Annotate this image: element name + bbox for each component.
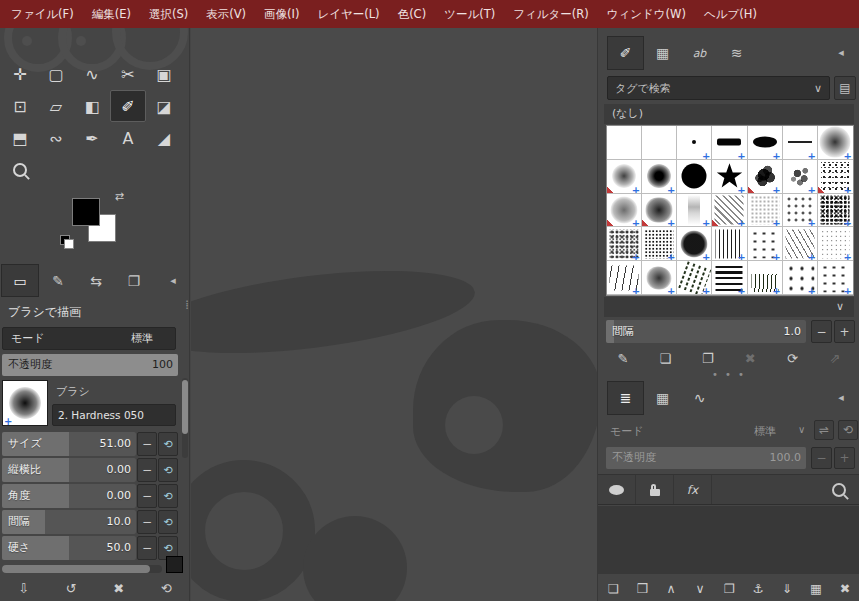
raise-layer-button[interactable]: ∧	[658, 576, 684, 600]
brush-item[interactable]: +	[818, 160, 853, 194]
toolbox-tab-undo-history[interactable]: ⇆	[77, 264, 115, 297]
brush-item[interactable]: +	[748, 194, 783, 228]
brush-item[interactable]: +	[748, 126, 783, 160]
brush-item[interactable]: +	[712, 194, 747, 228]
brush-item[interactable]: +	[607, 261, 642, 295]
brush-item[interactable]: +	[712, 160, 747, 194]
merge-down-button[interactable]: ⇓	[774, 576, 800, 600]
new-layer-button[interactable]: ❏	[600, 576, 626, 600]
menu-item-2[interactable]: 選択(S)	[140, 0, 197, 28]
menu-item-8[interactable]: フィルター(R)	[504, 0, 598, 28]
panel-splitter-handle[interactable]: ⁞	[185, 300, 189, 310]
brush-item[interactable]: +	[607, 194, 642, 228]
tag-search-combo[interactable]: タグで検索 ∨	[607, 76, 830, 100]
brush-item[interactable]: +	[818, 194, 853, 228]
brush-item[interactable]: +	[712, 261, 747, 295]
foreground-color-swatch[interactable]	[72, 198, 100, 226]
brushes-tab-brushes[interactable]: ✐	[607, 36, 644, 70]
tool-clone[interactable]: ⬒	[2, 122, 38, 154]
brush-item[interactable]: +	[642, 194, 677, 228]
brush-name-button[interactable]: 2. Hardness 050	[52, 404, 176, 426]
brush-item[interactable]: +	[783, 261, 818, 295]
brush-item[interactable]: +	[748, 160, 783, 194]
brush-item[interactable]: +	[818, 261, 853, 295]
layers-tab-layers[interactable]: ≣	[607, 381, 644, 415]
spacing-slider[interactable]: 間隔10.0	[2, 510, 136, 534]
tool-crop[interactable]: ▣	[146, 58, 182, 90]
tool-zoom[interactable]	[2, 154, 38, 186]
new-brush-button[interactable]: ❏	[646, 346, 684, 370]
menu-item-9[interactable]: ウィンドウ(W)	[598, 0, 695, 28]
menu-item-0[interactable]: ファイル(F)	[2, 0, 83, 28]
tool-options-scrollbar[interactable]	[182, 378, 188, 458]
menu-item-3[interactable]: 表示(V)	[197, 0, 255, 28]
size-slider[interactable]: サイズ51.00	[2, 432, 136, 456]
size-reset-button[interactable]: ⟲	[158, 432, 178, 456]
angle-slider[interactable]: 角度0.00	[2, 484, 136, 508]
brush-item[interactable]: +	[677, 227, 712, 261]
menu-item-6[interactable]: 色(C)	[389, 0, 436, 28]
brush-item[interactable]: +	[642, 261, 677, 295]
menu-item-1[interactable]: 編集(E)	[83, 0, 140, 28]
lock-toggle[interactable]	[636, 475, 674, 504]
layers-menu-button[interactable]: ◂	[831, 388, 851, 406]
brushes-tab-gradients[interactable]: ≋	[718, 36, 755, 70]
restore-preset-button[interactable]: ↺	[58, 576, 84, 600]
tool-rectangle-select[interactable]: ▢	[38, 58, 74, 90]
tool-flip[interactable]: ▱	[38, 90, 74, 122]
tool-unified-transform[interactable]: ⊡	[2, 90, 38, 122]
aspect-ratio-decrease-button[interactable]: −	[137, 458, 157, 482]
edit-brush-button[interactable]: ✎	[604, 346, 642, 370]
spacing-decrease-button[interactable]: −	[137, 510, 157, 534]
delete-brush-button[interactable]: ✖	[731, 346, 769, 370]
hardness-slider[interactable]: 硬さ50.0	[2, 536, 136, 560]
spacing-increase-button[interactable]: +	[834, 320, 855, 343]
hardness-decrease-button[interactable]: −	[137, 536, 157, 560]
menu-item-4[interactable]: 画像(I)	[255, 0, 308, 28]
brush-item[interactable]: +	[607, 160, 642, 194]
layers-tab-channels[interactable]: ▦	[644, 381, 681, 415]
swap-colors-icon[interactable]: ⇄	[115, 190, 124, 203]
brush-item[interactable]: +	[712, 126, 747, 160]
brush-item[interactable]: +	[712, 227, 747, 261]
tool-eraser[interactable]: ◪	[146, 90, 182, 122]
tool-options-hscrollbar[interactable]	[2, 565, 162, 573]
brush-item[interactable]: +	[818, 227, 853, 261]
effects-toggle[interactable]: fx	[674, 475, 712, 504]
brushes-tab-fonts[interactable]: ab	[681, 36, 718, 70]
size-decrease-button[interactable]: −	[137, 432, 157, 456]
layers-tab-paths[interactable]: ∿	[681, 381, 718, 415]
tool-paths[interactable]: ✒	[74, 122, 110, 154]
dock-splitter-handle[interactable]: • • •	[598, 371, 859, 379]
reset-tool-button[interactable]: ⟲	[153, 576, 179, 600]
layer-opacity-increase-button[interactable]: +	[834, 447, 855, 469]
paint-mode-select[interactable]: モード 標準	[2, 327, 176, 350]
brush-item[interactable]	[642, 126, 677, 160]
brush-item[interactable]: +	[642, 160, 677, 194]
brush-item[interactable]: +	[783, 227, 818, 261]
menu-item-5[interactable]: レイヤー(L)	[308, 0, 388, 28]
brush-item[interactable]: +	[677, 194, 712, 228]
layer-search-icon[interactable]	[832, 483, 846, 497]
tool-color-picker[interactable]: ◢	[146, 122, 182, 154]
refresh-brushes-button[interactable]: ⟳	[774, 346, 812, 370]
brush-item[interactable]	[607, 126, 642, 160]
new-layer-group-button[interactable]: ❒	[629, 576, 655, 600]
duplicate-layer-button[interactable]: ❐	[716, 576, 742, 600]
canvas-area[interactable]	[191, 28, 597, 601]
brush-item[interactable]: +	[783, 126, 818, 160]
angle-decrease-button[interactable]: −	[137, 484, 157, 508]
layer-mode-reset-button[interactable]: ⟲	[838, 420, 858, 440]
tool-opacity-slider[interactable]: 不透明度 100	[2, 354, 178, 376]
brushes-menu-button[interactable]: ◂	[831, 43, 851, 61]
brush-item[interactable]: +	[748, 227, 783, 261]
brush-item[interactable]: +	[677, 126, 712, 160]
visibility-toggle[interactable]	[598, 475, 636, 504]
brush-item[interactable]: +	[748, 261, 783, 295]
brush-item[interactable]	[677, 160, 712, 194]
aspect-ratio-reset-button[interactable]: ⟲	[158, 458, 178, 482]
aspect-ratio-slider[interactable]: 縦横比0.00	[2, 458, 136, 482]
tool-options-menu-button[interactable]: ◂	[163, 271, 183, 289]
toolbox-tab-device-status[interactable]: ✎	[39, 264, 77, 297]
delete-layer-button[interactable]: ✖	[832, 576, 858, 600]
